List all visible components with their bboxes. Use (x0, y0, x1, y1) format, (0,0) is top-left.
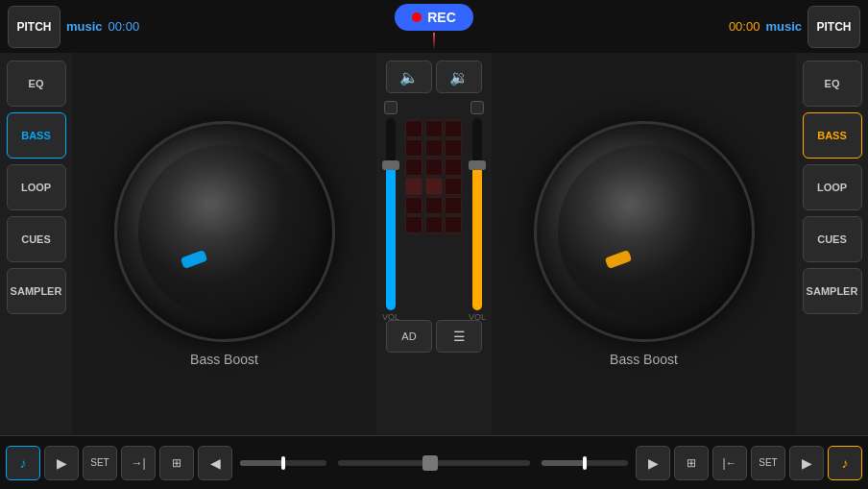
right-music-button[interactable]: ♪ (828, 446, 862, 480)
pad-7[interactable] (405, 159, 422, 176)
pad-10[interactable] (405, 178, 422, 195)
right-cues-button[interactable]: CUES (803, 216, 862, 262)
right-vol-label: VOL (469, 312, 486, 322)
rec-button[interactable]: REC (395, 4, 473, 31)
right-fader-fill (472, 166, 482, 310)
pad-1[interactable] (405, 120, 422, 137)
left-fader-handle[interactable] (382, 160, 399, 170)
left-progress-thumb[interactable] (281, 456, 285, 470)
ad-button[interactable]: AD (386, 320, 432, 353)
left-vol-label: VOL (382, 312, 399, 322)
right-side-panel: EQ BASS LOOP CUES SAMPLER (796, 53, 868, 435)
left-bass-button[interactable]: BASS (7, 112, 66, 159)
left-progress-bar[interactable] (240, 460, 326, 466)
left-side-panel: EQ BASS LOOP CUES SAMPLER (0, 53, 72, 435)
left-turntable-gloss (167, 164, 263, 241)
pad-15[interactable] (445, 197, 462, 214)
pad-17[interactable] (425, 216, 443, 233)
left-progress-fill (240, 460, 283, 466)
right-turntable[interactable] (534, 121, 755, 342)
menu-icon: ☰ (453, 329, 466, 344)
right-speaker-button[interactable]: 🔉 (436, 61, 482, 93)
pad-3[interactable] (445, 120, 462, 137)
pad-13[interactable] (405, 197, 422, 214)
right-prev-button[interactable]: |← (712, 446, 747, 480)
pad-4[interactable] (405, 139, 422, 157)
top-center: REC (395, 4, 473, 50)
pad-8[interactable] (425, 159, 443, 176)
pad-6[interactable] (445, 139, 462, 157)
left-cues-button[interactable]: CUES (7, 216, 66, 262)
right-bass-button[interactable]: BASS (803, 112, 862, 159)
faders-area: VOL (382, 101, 486, 312)
right-fader-top-btn[interactable] (470, 101, 484, 114)
rec-label: REC (427, 10, 456, 25)
left-set-button[interactable]: SET (83, 446, 117, 480)
pads-grid-top (405, 120, 463, 233)
right-time-display: 00:00 (729, 19, 760, 34)
left-speaker-icon: 🔈 (399, 68, 419, 86)
right-progress-fill (542, 460, 585, 466)
pad-18[interactable] (445, 216, 462, 233)
right-turntable-inner (558, 145, 731, 318)
right-turntable-gloss (587, 164, 683, 241)
left-pitch-button[interactable]: PITCH (8, 6, 60, 48)
left-next-button[interactable]: →| (121, 446, 156, 480)
left-fader-fill (386, 166, 396, 310)
left-time-display: 00:00 (108, 19, 140, 34)
right-play-button[interactable]: ▶ (789, 446, 824, 480)
right-set-button[interactable]: SET (751, 446, 785, 480)
left-play-button[interactable]: ▶ (44, 446, 79, 480)
pad-14[interactable] (425, 197, 443, 214)
right-music-label: music (765, 19, 802, 34)
right-fader-handle[interactable] (469, 160, 486, 170)
left-music-button[interactable]: ♪ (6, 446, 40, 480)
top-left: PITCH music 00:00 (8, 6, 139, 48)
crossfader[interactable] (338, 460, 530, 466)
left-fader-track[interactable] (386, 118, 396, 310)
mixer-top: 🔈 🔉 (386, 61, 482, 93)
right-eq-button[interactable]: EQ (803, 61, 862, 107)
pad-9[interactable] (445, 159, 462, 176)
right-pitch-button[interactable]: PITCH (808, 6, 860, 48)
right-sampler-button[interactable]: SAMPLER (803, 268, 862, 314)
pad-11[interactable] (425, 178, 443, 195)
crossfader-thumb[interactable] (422, 455, 438, 471)
mixer-bottom: AD ☰ (386, 320, 482, 353)
left-deck-label: Bass Boost (190, 352, 258, 367)
pad-5[interactable] (425, 139, 443, 157)
left-loop-button[interactable]: LOOP (7, 164, 66, 210)
left-fader-top-btn[interactable] (384, 101, 398, 114)
pad-12[interactable] (445, 178, 462, 195)
pad-2[interactable] (425, 120, 443, 137)
pads-container (405, 101, 463, 233)
transport-bar: ♪ ▶ SET →| ⊞ ◀ ▶ ⊞ |← SET ▶ ♪ (0, 435, 868, 489)
left-speaker-button[interactable]: 🔈 (386, 61, 432, 93)
right-fader-track[interactable] (472, 118, 482, 310)
left-grid-button[interactable]: ⊞ (159, 446, 194, 480)
main-area: EQ BASS LOOP CUES SAMPLER Bass Boost 🔈 🔉 (0, 53, 868, 435)
right-forward-button[interactable]: ▶ (636, 446, 670, 480)
left-needle-icon (180, 250, 207, 269)
left-eq-button[interactable]: EQ (7, 61, 66, 107)
right-loop-button[interactable]: LOOP (803, 164, 862, 210)
left-turntable-inner (138, 145, 311, 318)
menu-button[interactable]: ☰ (436, 320, 482, 353)
right-progress-thumb[interactable] (583, 456, 587, 470)
left-turntable[interactable] (114, 121, 335, 342)
left-deck: Bass Boost (72, 53, 376, 435)
right-deck: Bass Boost (492, 53, 796, 435)
right-grid-button[interactable]: ⊞ (674, 446, 709, 480)
top-bar: PITCH music 00:00 REC 00:00 music PITCH (0, 0, 868, 53)
ad-icon: AD (401, 330, 416, 342)
top-right: 00:00 music PITCH (729, 6, 860, 48)
left-music-label: music (66, 19, 103, 34)
right-progress-bar[interactable] (542, 460, 628, 466)
left-back-button[interactable]: ◀ (198, 446, 232, 480)
pad-16[interactable] (405, 216, 422, 233)
rec-dot-icon (412, 12, 422, 22)
right-needle-icon (604, 250, 632, 269)
right-speaker-icon: 🔉 (449, 68, 469, 86)
left-sampler-button[interactable]: SAMPLER (7, 268, 66, 314)
waveform-indicator (433, 33, 435, 50)
